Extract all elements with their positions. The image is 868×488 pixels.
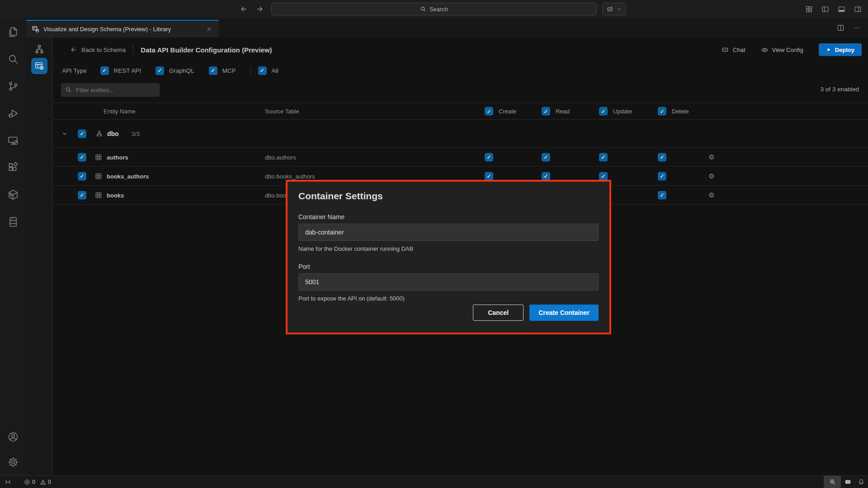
cancel-button[interactable]: Cancel (473, 305, 524, 321)
port-help: Port to expose the API on (default: 5000… (298, 295, 405, 302)
checkbox-delete-all[interactable] (658, 107, 666, 116)
zoom-status-icon[interactable] (824, 476, 841, 488)
checkbox-authors-read[interactable] (542, 153, 550, 161)
split-editor-icon[interactable] (835, 23, 845, 33)
arrow-left-icon (70, 46, 77, 53)
copilot-status-icon[interactable] (841, 476, 854, 488)
checkbox-all-apis[interactable] (258, 66, 267, 75)
chevron-down-icon[interactable] (61, 130, 68, 137)
filter-entities-input[interactable] (61, 83, 160, 97)
schema-group-count: 3/3 (132, 130, 140, 137)
filter-search-icon (65, 86, 72, 93)
entity-settings-gear-icon[interactable] (707, 190, 717, 200)
header-divider (133, 45, 133, 55)
checkbox-mcp[interactable] (209, 66, 217, 75)
remote-explorer-icon[interactable] (6, 134, 20, 147)
customize-layout-icon[interactable] (804, 4, 814, 14)
api-type-label: API Type (62, 67, 87, 74)
checkbox-row-authors[interactable] (78, 153, 86, 161)
delete-column-label: Delete (672, 108, 689, 115)
toggle-panel-icon[interactable] (836, 4, 846, 14)
checkbox-authors-delete[interactable] (658, 153, 666, 161)
error-count: 0 (32, 479, 35, 485)
nav-forward-icon[interactable] (255, 4, 265, 14)
schema-designer-tab-icon (32, 25, 40, 33)
source-control-icon[interactable] (6, 80, 20, 93)
checkbox-create-all[interactable] (485, 107, 493, 116)
entity-name-column-header: Entity Name (104, 108, 136, 115)
checkbox-authors-create[interactable] (485, 153, 493, 161)
port-input[interactable] (298, 273, 599, 291)
checkbox-row-books-authors[interactable] (78, 172, 86, 180)
containers-icon[interactable] (6, 188, 20, 202)
copilot-icon (721, 46, 729, 54)
entity-name: books_authors (107, 173, 149, 179)
chat-button[interactable]: Chat (721, 46, 745, 54)
create-column-label: Create (499, 108, 516, 115)
port-label: Port (298, 263, 310, 270)
view-config-button[interactable]: View Config (761, 46, 803, 54)
update-column-label: Update (613, 108, 632, 115)
source-table-column-header: Source Table (265, 108, 299, 115)
tab-visualize-design-schema[interactable]: Visualize and Design Schema (Preview) - … (26, 20, 219, 38)
remote-indicator-icon[interactable] (0, 476, 15, 488)
chat-label: Chat (733, 47, 745, 53)
read-column-label: Read (556, 108, 570, 115)
table-row-authors[interactable]: authors dbo.authors (53, 148, 868, 167)
play-icon (826, 47, 831, 52)
checkbox-rest-api[interactable] (100, 66, 109, 75)
command-search-box[interactable]: Search (271, 3, 597, 15)
checkbox-books-authors-create[interactable] (485, 172, 493, 180)
copilot-menu-button[interactable] (602, 3, 626, 15)
search-icon (420, 6, 426, 12)
container-name-input[interactable] (298, 224, 599, 241)
more-actions-icon[interactable] (852, 23, 862, 33)
checkbox-read-all[interactable] (542, 107, 550, 116)
checkbox-books-authors-delete[interactable] (658, 172, 666, 180)
notifications-bell-icon[interactable] (854, 476, 868, 488)
database-project-icon[interactable] (6, 215, 20, 229)
table-grid-icon (95, 154, 102, 161)
search-sidebar-icon[interactable] (6, 52, 20, 66)
extensions-icon[interactable] (6, 161, 20, 174)
entities-table-header: Entity Name Source Table Create Read Upd… (53, 103, 868, 120)
nav-back-icon[interactable] (239, 4, 249, 14)
schema-view-strip (26, 38, 53, 475)
entity-settings-gear-icon[interactable] (707, 152, 717, 162)
explorer-files-icon[interactable] (6, 25, 20, 39)
schema-group-row[interactable]: dbo 3/3 (53, 120, 868, 148)
schema-icon (95, 130, 103, 137)
checkbox-authors-update[interactable] (599, 153, 608, 161)
checkbox-books-authors-read[interactable] (542, 172, 550, 180)
toggle-secondary-sidebar-icon[interactable] (853, 4, 863, 14)
chevron-down-icon (617, 6, 622, 12)
deploy-button[interactable]: Deploy (819, 43, 862, 56)
tab-bar: Visualize and Design Schema (Preview) - … (26, 18, 868, 38)
entity-source: dbo.authors (265, 154, 296, 160)
settings-gear-icon[interactable] (6, 455, 20, 469)
checkbox-dbo-group[interactable] (78, 129, 86, 138)
checkbox-books-delete[interactable] (658, 191, 666, 199)
all-label: All (272, 67, 278, 74)
entity-settings-gear-icon[interactable] (707, 171, 717, 181)
search-placeholder: Search (429, 6, 448, 13)
warning-icon (40, 479, 46, 485)
activity-bar (0, 18, 26, 475)
view-config-label: View Config (772, 47, 803, 53)
account-icon[interactable] (6, 430, 20, 444)
page-title: Data API Builder Configuration (Preview) (141, 46, 272, 54)
dab-config-view-icon[interactable] (31, 58, 47, 74)
run-debug-icon[interactable] (6, 107, 20, 120)
schema-visualize-view-icon[interactable] (33, 43, 46, 56)
create-container-button[interactable]: Create Container (529, 305, 599, 321)
tab-close-icon[interactable] (204, 25, 213, 34)
checkbox-row-books[interactable] (78, 191, 86, 199)
checkbox-books-authors-update[interactable] (599, 172, 608, 180)
checkbox-graphql[interactable] (156, 66, 164, 75)
problems-indicator[interactable]: 0 0 (21, 476, 57, 488)
modal-title: Container Settings (298, 191, 383, 202)
entity-name: books (107, 192, 124, 198)
checkbox-update-all[interactable] (599, 107, 608, 116)
back-to-schema-link[interactable]: Back to Schema (70, 46, 126, 53)
toggle-sidebar-icon[interactable] (820, 4, 830, 14)
